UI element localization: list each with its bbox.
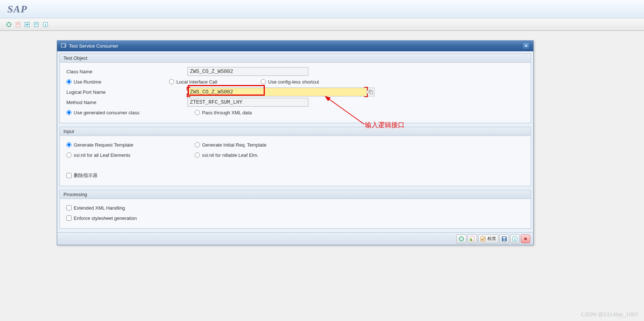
radio-pass-through-input[interactable] (195, 110, 200, 115)
radio-gen-req-input[interactable] (66, 142, 72, 147)
group-header-input: Input (60, 127, 531, 136)
checkbox-delete-indicator[interactable]: 删除指示器 (66, 172, 98, 179)
group-processing: Processing Extended XML Handling Enforce… (59, 190, 531, 229)
radio-generate-request-template[interactable]: Generate Request Template (66, 142, 133, 148)
logical-port-field[interactable] (187, 88, 367, 96)
dialog-title: Test Service Consumer (69, 43, 522, 49)
check-icon (480, 236, 486, 241)
radio-xsinil-all-leaf[interactable]: xsi:nil for all Leaf Elements (66, 152, 131, 158)
svg-text:i: i (515, 237, 516, 241)
svg-rect-17 (481, 237, 485, 241)
checkbox-extended-xml-handling[interactable]: Extended XML Handling (66, 205, 125, 211)
app-header: SAP (0, 0, 644, 18)
save-button[interactable] (500, 235, 509, 243)
group-input: Input Generate Request Template Generate… (59, 127, 531, 186)
group-header-test-object: Test Object (60, 54, 531, 63)
group-header-processing: Processing (60, 190, 531, 199)
radio-gen-init-input[interactable] (195, 142, 200, 147)
check-button-label: 检查 (487, 236, 496, 242)
radio-pass-through-xml[interactable]: Pass through XML data (195, 110, 252, 115)
checkbox-ext-xml-input[interactable] (66, 205, 72, 210)
dialog-titlebar: Test Service Consumer ✕ (57, 40, 533, 51)
radio-generate-initial-req-template[interactable]: Generate Initial Req. Template (195, 142, 266, 148)
checkbox-delete-indicator-input[interactable] (66, 173, 72, 178)
display-all-icon[interactable] (23, 20, 32, 29)
svg-rect-7 (35, 25, 37, 25)
method-name-label: Method Name (66, 100, 96, 105)
sap-logo: SAP (7, 3, 27, 15)
checkbox-enforce-xsl-input[interactable] (66, 215, 72, 221)
document-icon[interactable] (32, 20, 41, 29)
class-name-label: Class Name (66, 69, 92, 74)
info-icon: i (512, 236, 517, 241)
class-name-field[interactable] (187, 67, 308, 76)
watermark: CSDN @1314lay_1007 (581, 311, 638, 317)
execute-button[interactable] (456, 235, 466, 243)
radio-use-generated-input[interactable] (66, 110, 72, 115)
radio-configless-shortcut[interactable]: Use config-less shortcut (261, 79, 319, 85)
svg-rect-12 (370, 91, 373, 94)
svg-rect-20 (503, 239, 505, 241)
radio-use-runtime-input[interactable] (66, 79, 72, 84)
radio-configless-input[interactable] (261, 79, 266, 84)
info-icon[interactable]: i (41, 20, 50, 29)
logical-port-label: Logical Port Name (66, 89, 106, 95)
svg-rect-2 (17, 23, 19, 24)
svg-text:i: i (45, 22, 46, 27)
save-icon (502, 236, 507, 241)
radio-use-runtime[interactable]: Use Runtime (66, 79, 101, 85)
variant-icon[interactable] (14, 20, 22, 29)
radio-xsi-all-input[interactable] (66, 152, 72, 158)
execute-icon[interactable] (4, 20, 13, 29)
close-button[interactable]: ✕ (522, 42, 530, 49)
cancel-button[interactable]: ✕ (521, 235, 530, 243)
info-button[interactable]: i (510, 235, 520, 243)
value-help-button[interactable] (367, 88, 374, 96)
method-name-field[interactable] (187, 98, 308, 107)
radio-local-interface-call[interactable]: Local Interface Call (169, 79, 261, 85)
radio-xsi-nillable-input[interactable] (195, 152, 200, 158)
radio-use-generated-consumer[interactable]: Use generated consumer class (66, 110, 139, 115)
svg-rect-3 (17, 25, 19, 25)
radio-local-interface-input[interactable] (169, 79, 174, 84)
main-toolbar: i (0, 18, 644, 31)
variant-button[interactable] (468, 235, 477, 243)
svg-rect-16 (470, 239, 472, 241)
radio-xsinil-nillable-leaf[interactable]: xsi:nil for nillable Leaf Elm. (195, 152, 259, 158)
test-service-consumer-dialog: Test Service Consumer ✕ Test Object Clas… (57, 40, 534, 245)
check-button[interactable]: 检查 (478, 235, 498, 243)
svg-rect-19 (503, 237, 506, 239)
dialog-footer: 检查 i ✕ (57, 232, 533, 245)
svg-rect-6 (35, 23, 37, 24)
checkbox-enforce-stylesheet[interactable]: Enforce stylesheet generation (66, 215, 137, 221)
dialog-body: Test Object Class Name Use Runtime Local… (57, 51, 533, 232)
dialog-icon (61, 43, 67, 48)
group-test-object: Test Object Class Name Use Runtime Local… (59, 54, 531, 123)
